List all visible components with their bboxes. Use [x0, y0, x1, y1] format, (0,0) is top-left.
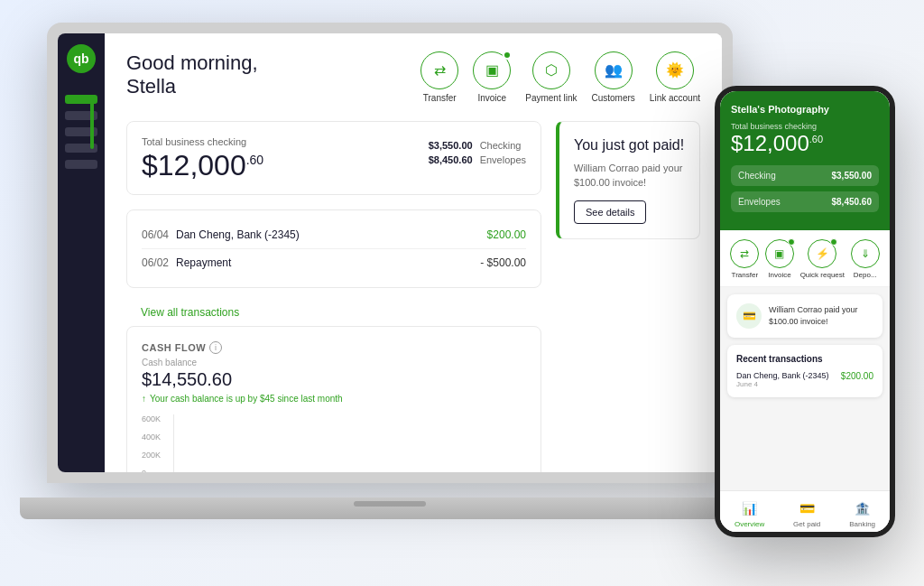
transfer-label: Transfer — [423, 93, 457, 103]
invoice-label: Invoice — [477, 93, 506, 103]
laptop: qb Good morning, Stella — [20, 14, 760, 546]
laptop-body: qb Good morning, Stella — [47, 23, 733, 483]
phone-nav-get-paid[interactable]: 💳 Get paid — [793, 498, 820, 528]
invoice-icon: ▣ — [473, 51, 511, 89]
main-content: Good morning, Stella ⇄ Transfer ▣ — [105, 33, 722, 472]
cashflow-subtitle: Cash balance — [142, 358, 526, 367]
transaction-row: 06/04 Dan Cheng, Bank (-2345) $200.00 — [142, 221, 526, 249]
phone-nav-banking[interactable]: 🏦 Banking — [849, 498, 875, 528]
phone-transaction-row: Dan Cheng, Bank (-2345) June 4 $200.00 — [736, 371, 873, 388]
sidebar: qb — [58, 33, 105, 472]
cashflow-chart: 600K 400K 200K 0 — [142, 414, 526, 472]
quick-action-invoice[interactable]: ▣ Invoice — [473, 51, 511, 103]
cashflow-header: CASH FLOW i — [142, 341, 526, 354]
phone-account-items: Checking $3,550.00 Envelopes $8,450.60 — [731, 165, 879, 212]
scene: qb Good morning, Stella — [20, 14, 904, 573]
quick-action-transfer[interactable]: ⇄ Transfer — [420, 51, 458, 103]
transactions-card: 06/04 Dan Cheng, Bank (-2345) $200.00 06… — [126, 209, 541, 288]
quick-actions: ⇄ Transfer ▣ Invoice — [420, 51, 700, 103]
see-details-button[interactable]: See details — [574, 200, 646, 224]
greeting: Good morning, Stella — [126, 51, 258, 99]
balance-label: Total business checking — [142, 136, 407, 147]
phone-app-name: Stella's Photography — [731, 104, 879, 115]
phone-checking-row: Checking $3,550.00 — [731, 165, 879, 186]
phone-quick-actions: ⇄ Transfer ▣ Invoice ⚡ Quick request — [720, 230, 890, 287]
phone-notif-text: William Corrao paid your $100.00 invoice… — [769, 304, 873, 327]
payment-link-label: Payment link — [525, 93, 577, 103]
phone-bottom-nav: 📊 Overview 💳 Get paid 🏦 Banking — [720, 490, 890, 532]
cashflow-card: CASH FLOW i Cash balance $14,550.60 ↑ Yo… — [126, 326, 541, 472]
balance-amount: $12,000.60 — [142, 151, 407, 180]
phone-balance-label: Total business checking — [731, 122, 879, 131]
phone-nav-overview[interactable]: 📊 Overview — [735, 498, 764, 528]
phone-quick-request-icon: ⚡ — [808, 239, 836, 268]
phone-action-deposit[interactable]: ⇓ Depo... — [851, 239, 880, 279]
qb-logo-text: qb — [73, 51, 88, 66]
balance-left: Total business checking $12,000.60 — [142, 136, 407, 180]
envelopes-balance: $8,450.60 Envelopes — [429, 154, 526, 165]
sidebar-item-5[interactable] — [65, 160, 97, 169]
customers-label: Customers — [591, 93, 634, 103]
phone-transactions-title: Recent transactions — [736, 354, 873, 364]
phone-transactions: Recent transactions Dan Cheng, Bank (-23… — [727, 345, 882, 397]
phone-action-quick-request[interactable]: ⚡ Quick request — [800, 239, 845, 279]
phone-invoice-icon: ▣ — [765, 239, 794, 268]
invoice-badge — [503, 51, 512, 60]
paid-title: You just got paid! — [574, 136, 685, 155]
phone-screen: Stella's Photography Total business chec… — [720, 91, 890, 532]
phone-action-invoice[interactable]: ▣ Invoice — [765, 239, 794, 279]
phone-header: Stella's Photography Total business chec… — [720, 91, 890, 230]
qb-logo[interactable]: qb — [67, 44, 96, 73]
cashflow-info-icon[interactable]: i — [209, 341, 222, 354]
transfer-icon: ⇄ — [420, 51, 458, 89]
checking-balance: $3,550.00 Checking — [429, 140, 526, 151]
phone-transfer-icon: ⇄ — [730, 239, 759, 268]
quick-action-payment-link[interactable]: ⬡ Payment link — [525, 51, 577, 103]
paid-description: William Corrao paid your $100.00 invoice… — [574, 162, 685, 190]
chart-y-labels: 600K 400K 200K 0 — [142, 414, 173, 472]
chart-area — [173, 414, 526, 472]
balance-card: Total business checking $12,000.60 $3,55… — [126, 121, 541, 195]
cashflow-amount: $14,550.60 — [142, 369, 526, 390]
cashflow-trend: ↑ Your cash balance is up by $45 since l… — [142, 394, 526, 404]
customers-icon: 👥 — [595, 51, 633, 89]
quick-action-link-account[interactable]: 🌞 Link account — [650, 51, 700, 103]
right-panel: You just got paid! William Corrao paid y… — [556, 121, 700, 472]
quick-action-customers[interactable]: 👥 Customers — [591, 51, 634, 103]
payment-link-icon: ⬡ — [532, 51, 570, 89]
get-paid-icon: 💳 — [797, 498, 817, 518]
phone-invoice-badge — [788, 238, 795, 246]
left-panel: Total business checking $12,000.60 $3,55… — [126, 121, 541, 472]
transaction-row: 06/02 Repayment - $500.00 — [142, 249, 526, 276]
paid-notification-card: You just got paid! William Corrao paid y… — [556, 121, 700, 240]
dashboard-body: Total business checking $12,000.60 $3,55… — [126, 121, 700, 472]
phone-envelopes-row: Envelopes $8,450.60 — [731, 191, 879, 212]
phone: Stella's Photography Total business chec… — [715, 86, 895, 537]
overview-icon: 📊 — [740, 498, 760, 518]
header: Good morning, Stella ⇄ Transfer ▣ — [126, 51, 700, 103]
sidebar-accent-bar — [90, 95, 94, 149]
phone-notification: 💳 William Corrao paid your $100.00 invoi… — [727, 294, 882, 338]
balance-right: $3,550.00 Checking $8,450.60 Envelopes — [429, 136, 526, 165]
banking-icon: 🏦 — [853, 498, 873, 518]
phone-deposit-icon: ⇓ — [851, 239, 880, 268]
view-all-transactions[interactable]: View all transactions — [126, 299, 541, 326]
phone-transaction-info: Dan Cheng, Bank (-2345) June 4 — [736, 371, 841, 388]
laptop-screen: qb Good morning, Stella — [58, 33, 722, 472]
laptop-base — [20, 498, 760, 519]
phone-action-transfer[interactable]: ⇄ Transfer — [730, 239, 759, 279]
link-account-icon: 🌞 — [656, 51, 694, 89]
link-account-label: Link account — [650, 93, 700, 103]
phone-balance: $12,000.60 — [731, 133, 879, 154]
phone-qr-badge — [830, 238, 837, 246]
phone-notif-icon: 💳 — [736, 303, 762, 329]
